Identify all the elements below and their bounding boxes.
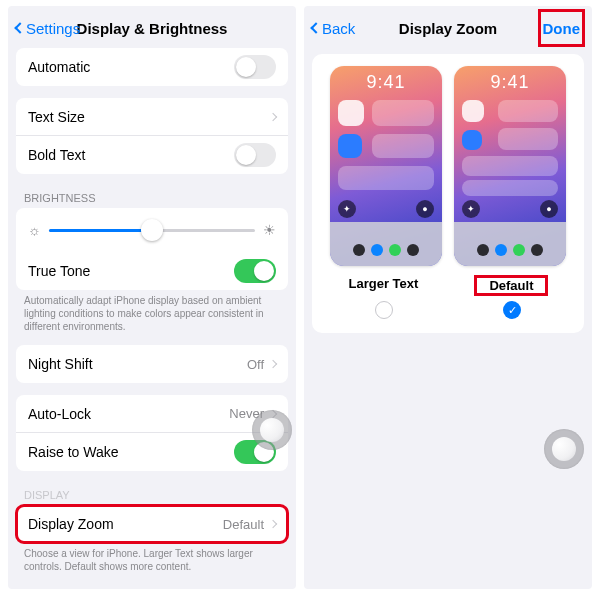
brightness-slider-row[interactable]: ☼ ☀ [16, 208, 288, 252]
display-zoom-row[interactable]: Display Zoom Default [16, 505, 288, 543]
option-labels-row: Larger Text Default [320, 276, 576, 295]
true-tone-footer: Automatically adapt iPhone display based… [12, 290, 292, 333]
brightness-group: Brightness ☼ ☀ True Tone Automatically a [12, 186, 292, 333]
true-tone-row[interactable]: True Tone [16, 252, 288, 290]
sun-bright-icon: ☀ [263, 222, 276, 238]
brightness-slider[interactable] [49, 229, 255, 232]
bold-text-label: Bold Text [28, 147, 234, 163]
appearance-card: Automatic [16, 48, 288, 86]
text-size-label: Text Size [28, 109, 264, 125]
back-button[interactable]: Back [312, 10, 355, 46]
display-zoom-label: Display Zoom [28, 516, 223, 532]
preview-default[interactable]: 9:41 ✦● [454, 66, 566, 266]
bold-text-row[interactable]: Bold Text [16, 136, 288, 174]
zoom-options-card: 9:41 ✦● 9:41 ✦● Larger Text [312, 54, 584, 333]
brightness-card: ☼ ☀ True Tone [16, 208, 288, 290]
raise-to-wake-row[interactable]: Raise to Wake [16, 433, 288, 471]
auto-lock-label: Auto-Lock [28, 406, 229, 422]
display-header: Display [12, 483, 292, 505]
radio-larger-text[interactable] [375, 301, 393, 319]
lock-card: Auto-Lock Never Raise to Wake [16, 395, 288, 471]
done-label: Done [543, 20, 581, 37]
assistive-touch-button[interactable] [252, 410, 292, 450]
text-group: Text Size Bold Text [12, 98, 292, 174]
chevron-right-icon [269, 520, 277, 528]
text-card: Text Size Bold Text [16, 98, 288, 174]
raise-to-wake-label: Raise to Wake [28, 444, 234, 460]
automatic-toggle[interactable] [234, 55, 276, 79]
assistive-touch-button[interactable] [544, 429, 584, 469]
display-zoom-value: Default [223, 517, 264, 532]
page-title: Display & Brightness [77, 20, 228, 37]
page-title: Display Zoom [399, 20, 497, 37]
text-size-row[interactable]: Text Size [16, 98, 288, 136]
radio-default[interactable]: ✓ [503, 301, 521, 319]
display-zoom-footer: Choose a view for iPhone. Larger Text sh… [12, 543, 292, 573]
automatic-row[interactable]: Automatic [16, 48, 288, 86]
night-shift-label: Night Shift [28, 356, 247, 372]
label-larger-text: Larger Text [349, 276, 419, 295]
preview-time: 9:41 [454, 72, 566, 93]
navbar-left: Settings Display & Brightness [12, 10, 292, 46]
bold-text-toggle[interactable] [234, 143, 276, 167]
brightness-header: Brightness [12, 186, 292, 208]
chevron-left-icon [14, 22, 25, 33]
option-radios-row: ✓ [320, 301, 576, 319]
chevron-right-icon [269, 360, 277, 368]
settings-scroll[interactable]: Automatic Text Size Bold Text [12, 46, 292, 585]
auto-lock-row[interactable]: Auto-Lock Never [16, 395, 288, 433]
preview-larger-text[interactable]: 9:41 ✦● [330, 66, 442, 266]
label-default: Default [475, 276, 547, 295]
back-button-settings[interactable]: Settings [16, 10, 80, 46]
sun-dim-icon: ☼ [28, 222, 41, 238]
back-label: Settings [26, 20, 80, 37]
preview-time: 9:41 [330, 72, 442, 93]
display-zoom-pane: Back Display Zoom Done 9:41 ✦● 9:41 [304, 6, 592, 589]
display-group: Display Display Zoom Default Choose a vi… [12, 483, 292, 573]
night-shift-value: Off [247, 357, 264, 372]
night-shift-row[interactable]: Night Shift Off [16, 345, 288, 383]
true-tone-label: True Tone [28, 263, 234, 279]
back-label: Back [322, 20, 355, 37]
chevron-right-icon [269, 112, 277, 120]
settings-display-brightness-pane: Settings Display & Brightness Automatic … [8, 6, 296, 589]
display-zoom-card: Display Zoom Default [16, 505, 288, 543]
automatic-label: Automatic [28, 59, 234, 75]
night-shift-group: Night Shift Off [12, 345, 292, 383]
done-button[interactable]: Done [539, 10, 585, 46]
chevron-left-icon [310, 22, 321, 33]
zoom-previews: 9:41 ✦● 9:41 ✦● [320, 66, 576, 266]
navbar-right: Back Display Zoom Done [308, 10, 588, 46]
true-tone-toggle[interactable] [234, 259, 276, 283]
night-shift-card: Night Shift Off [16, 345, 288, 383]
lock-group: Auto-Lock Never Raise to Wake [12, 395, 292, 471]
